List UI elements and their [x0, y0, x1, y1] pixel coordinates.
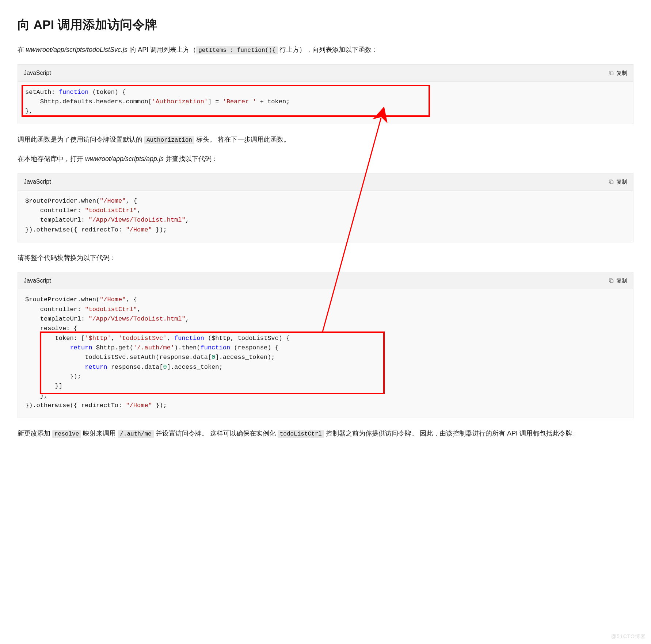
svg-rect-0 [610, 72, 613, 75]
inline-code: getItems : function(){ [196, 46, 278, 54]
inline-code: todoListCtrl [278, 430, 324, 438]
code-block-3: JavaScript 复制 $routeProvider.when("/Home… [18, 272, 633, 418]
code-language-label: JavaScript [24, 177, 51, 187]
code-header: JavaScript 复制 [18, 272, 633, 289]
copy-icon [608, 70, 614, 76]
paragraph: 在本地存储库中，打开 wwwroot/app/scripts/app.js 并查… [18, 154, 633, 164]
inline-code: Authorization [144, 136, 194, 144]
code-header: JavaScript 复制 [18, 65, 633, 81]
code-block-1: JavaScript 复制 setAuth: function (token) … [18, 64, 633, 124]
file-path: wwwroot/app/scripts/todoListSvc.js [26, 46, 127, 53]
code-header: JavaScript 复制 [18, 173, 633, 190]
paragraph: 请将整个代码块替换为以下代码： [18, 253, 633, 263]
page-heading: 向 API 调用添加访问令牌 [18, 15, 633, 34]
copy-icon [608, 179, 614, 185]
code-block-2: JavaScript 复制 $routeProvider.when("/Home… [18, 173, 633, 242]
code-content: $routeProvider.when("/Home", { controlle… [18, 190, 633, 242]
copy-icon [608, 278, 614, 284]
code-language-label: JavaScript [24, 68, 51, 78]
article-body: 向 API 调用添加访问令牌 在 wwwroot/app/scripts/tod… [18, 15, 633, 439]
copy-button[interactable]: 复制 [608, 177, 627, 186]
code-language-label: JavaScript [24, 276, 51, 285]
svg-rect-2 [610, 280, 613, 283]
paragraph: 新更改添加 resolve 映射来调用 /.auth/me 并设置访问令牌。 这… [18, 428, 633, 439]
code-content: $routeProvider.when("/Home", { controlle… [18, 289, 633, 418]
inline-code: /.auth/me [118, 430, 153, 438]
copy-button[interactable]: 复制 [608, 276, 627, 285]
intro-paragraph: 在 wwwroot/app/scripts/todoListSvc.js 的 A… [18, 45, 633, 55]
svg-rect-1 [610, 181, 613, 184]
paragraph: 调用此函数是为了使用访问令牌设置默认的 Authorization 标头。 将在… [18, 134, 633, 145]
inline-code: resolve [52, 430, 81, 438]
file-path: wwwroot/app/scripts/app.js [85, 155, 164, 162]
copy-button[interactable]: 复制 [608, 69, 627, 77]
code-content: setAuth: function (token) { $http.defaul… [18, 81, 633, 124]
